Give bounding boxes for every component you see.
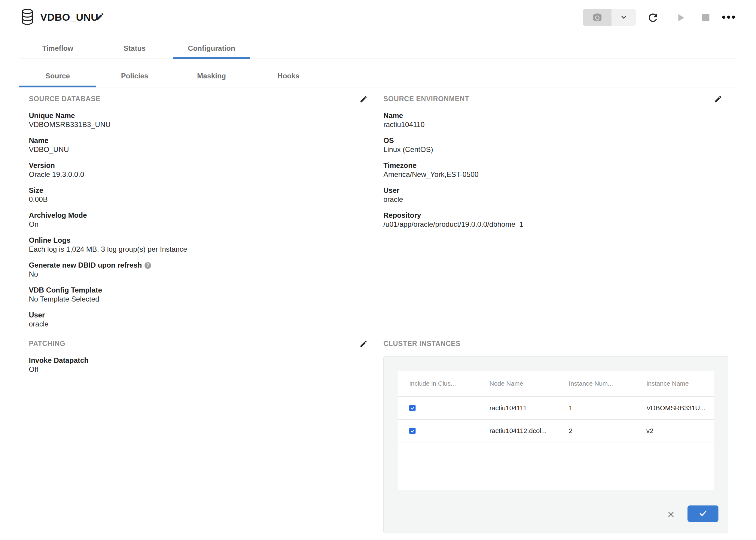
more-actions-button[interactable] xyxy=(722,14,736,20)
pencil-icon xyxy=(714,100,722,104)
table-row: ractiu104111 1 VDBOMSRB331U... xyxy=(398,397,714,420)
main-tabs: Timeflow Status Configuration xyxy=(19,39,250,58)
instance-name-cell: VDBOMSRB331U... xyxy=(646,404,714,412)
column-header-instance-number: Instance Num... xyxy=(569,380,646,387)
tab-timeflow[interactable]: Timeflow xyxy=(19,39,96,58)
instance-number-cell: 1 xyxy=(569,404,646,412)
snapshot-button[interactable] xyxy=(583,9,611,26)
cancel-button[interactable] xyxy=(666,510,676,519)
field-online-logs: Online Logs Each log is 1,024 MB, 3 log … xyxy=(29,236,347,254)
node-name-cell: ractiu104112.dcol... xyxy=(490,427,569,435)
edit-source-environment-button[interactable] xyxy=(714,95,722,103)
column-header-node-name: Node Name xyxy=(490,380,569,387)
configuration-subtabs: Source Policies Masking Hooks xyxy=(19,67,327,85)
node-name-cell: ractiu104111 xyxy=(490,404,569,412)
close-icon xyxy=(666,516,676,520)
field-name: Name VDBO_UNU xyxy=(29,136,347,154)
active-tab-indicator xyxy=(173,58,250,59)
field-version: Version Oracle 19.3.0.0.0 xyxy=(29,161,347,179)
cluster-instances-title: CLUSTER INSTANCES xyxy=(383,339,728,348)
field-env-name: Name ractiu104110 xyxy=(383,111,714,129)
table-row: ractiu104112.dcol... 2 v2 xyxy=(398,420,714,442)
page-title: VDBO_UNU xyxy=(40,11,98,23)
source-environment-title: SOURCE ENVIRONMENT xyxy=(383,95,714,103)
instance-number-cell: 2 xyxy=(569,427,646,435)
chevron-down-icon xyxy=(619,13,628,23)
tab-status[interactable]: Status xyxy=(96,39,173,58)
subtab-masking[interactable]: Masking xyxy=(173,67,250,85)
source-database-title: SOURCE DATABASE xyxy=(29,95,347,103)
tab-configuration[interactable]: Configuration xyxy=(173,39,250,58)
help-icon[interactable]: ? xyxy=(145,262,151,269)
include-checkbox[interactable] xyxy=(409,428,415,434)
field-env-repository: Repository /u01/app/oracle/product/19.0.… xyxy=(383,211,714,229)
patching-title: PATCHING xyxy=(29,339,347,348)
field-archivelog-mode: Archivelog Mode On xyxy=(29,211,347,229)
include-checkbox[interactable] xyxy=(409,405,415,411)
patching-section: PATCHING Invoke Datapatch Off xyxy=(29,339,347,381)
cluster-instances-table: Include in Clus... Node Name Instance Nu… xyxy=(398,371,714,490)
play-icon xyxy=(676,19,686,24)
field-env-os: OS Linux (CentOS) xyxy=(383,136,714,154)
field-unique-name: Unique Name VDBOMSRB331B3_UNU xyxy=(29,111,347,129)
edit-source-database-button[interactable] xyxy=(359,95,368,103)
edit-patching-button[interactable] xyxy=(359,340,368,348)
pencil-icon xyxy=(95,17,104,22)
refresh-button[interactable] xyxy=(647,11,659,24)
table-header-row: Include in Clus... Node Name Instance Nu… xyxy=(398,371,714,397)
field-vdb-config-template: VDB Config Template No Template Selected xyxy=(29,286,347,304)
column-header-include: Include in Clus... xyxy=(409,380,490,387)
database-icon xyxy=(20,8,34,25)
check-icon xyxy=(698,509,708,519)
pencil-icon xyxy=(359,344,368,349)
ellipsis-icon xyxy=(722,16,736,20)
active-subtab-indicator xyxy=(19,85,96,87)
subtab-hooks[interactable]: Hooks xyxy=(250,67,327,85)
field-env-user: User oracle xyxy=(383,186,714,204)
field-size: Size 0.00B xyxy=(29,186,347,204)
source-environment-section: SOURCE ENVIRONMENT Name ractiu104110 OS … xyxy=(383,95,714,236)
camera-icon xyxy=(592,12,603,23)
stop-icon xyxy=(701,19,710,23)
column-header-instance-name: Instance Name xyxy=(646,380,714,387)
pencil-icon xyxy=(359,100,368,104)
field-generate-new-dbid: Generate new DBID upon refresh? No xyxy=(29,261,347,279)
cluster-instances-card: Include in Clus... Node Name Instance Nu… xyxy=(383,356,728,533)
snapshot-options-button[interactable] xyxy=(611,9,636,26)
confirm-button[interactable] xyxy=(687,505,718,522)
snapshot-split-button xyxy=(583,9,636,26)
field-user: User oracle xyxy=(29,311,347,329)
field-invoke-datapatch: Invoke Datapatch Off xyxy=(29,356,347,374)
source-database-section: SOURCE DATABASE Unique Name VDBOMSRB331B… xyxy=(29,95,347,336)
instance-name-cell: v2 xyxy=(646,427,714,435)
field-env-timezone: Timezone America/New_York,EST-0500 xyxy=(383,161,714,179)
edit-title-button[interactable] xyxy=(95,12,104,21)
start-button[interactable] xyxy=(676,13,686,23)
subtabs-divider xyxy=(19,87,737,87)
subtab-source[interactable]: Source xyxy=(19,67,96,85)
stop-button[interactable] xyxy=(701,13,710,22)
subtab-policies[interactable]: Policies xyxy=(96,67,173,85)
cluster-instances-section: CLUSTER INSTANCES xyxy=(383,339,728,356)
refresh-icon xyxy=(647,20,659,25)
tabs-divider xyxy=(19,59,737,59)
